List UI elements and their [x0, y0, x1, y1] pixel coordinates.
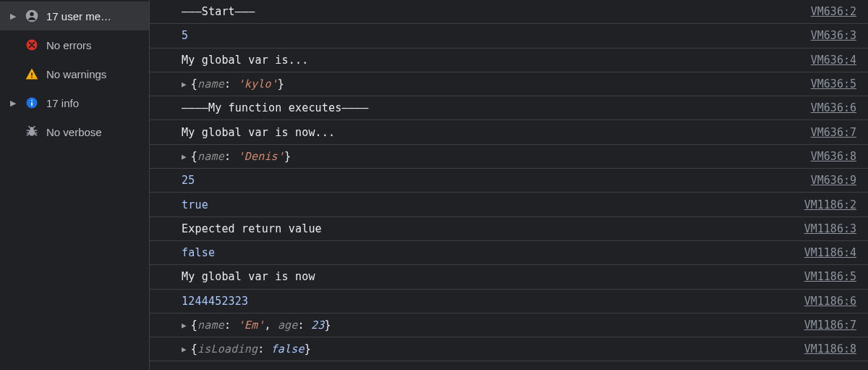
- expand-triangle-icon[interactable]: ▶: [182, 321, 187, 330]
- console-object[interactable]: ▶{name: 'kylo'}: [182, 77, 811, 91]
- console-message: 1244452323: [182, 295, 804, 308]
- console-text: My global var is now...: [182, 126, 335, 139]
- source-link[interactable]: VM636:9: [811, 174, 856, 187]
- console-row: 25VM636:9: [150, 169, 868, 193]
- console-message: My global var is now...: [182, 126, 811, 139]
- source-link[interactable]: VM636:7: [811, 126, 856, 139]
- source-link[interactable]: VM636:8: [811, 150, 856, 163]
- sidebar-item-label: 17 user me…: [46, 10, 111, 22]
- bug-icon: [25, 125, 39, 139]
- console-message: My global var is...: [182, 54, 811, 67]
- console-row: trueVM1186:2: [150, 193, 868, 216]
- console-message: My global var is now: [182, 270, 804, 283]
- source-link[interactable]: VM1186:3: [804, 222, 856, 235]
- console-row: My global var is nowVM1186:5: [150, 265, 868, 289]
- object-key: name: [197, 77, 224, 91]
- console-text: My global var is...: [182, 54, 308, 67]
- object-string-value: 'Em': [237, 319, 264, 332]
- console-sidebar: ▶17 user me…▶No errors▶No warnings▶17 in…: [0, 0, 149, 370]
- sidebar-item-label: No errors: [46, 39, 92, 51]
- expand-triangle-icon[interactable]: ▶: [182, 345, 187, 354]
- console-text: ————My function executes————: [182, 101, 368, 114]
- console-message: Expected return value: [182, 222, 804, 235]
- console-text: ———Start———: [182, 5, 255, 18]
- sidebar-item-label: 17 info: [46, 97, 79, 109]
- object-key: age: [278, 319, 298, 332]
- console-row: falseVM1186:4: [150, 241, 868, 265]
- expand-triangle-icon[interactable]: ▶: [182, 80, 187, 89]
- object-punc: :: [258, 342, 271, 356]
- console-message: 5: [182, 29, 811, 42]
- object-string-value: 'Denis': [237, 150, 284, 163]
- console-row: ▶{isLoading: false}VM1186:8: [150, 337, 868, 361]
- sidebar-item-info[interactable]: ▶17 info: [0, 88, 149, 117]
- console-row: ———Start———VM636:2: [150, 0, 868, 24]
- object-key: isLoading: [197, 342, 258, 356]
- expand-chevron-icon[interactable]: ▶: [10, 12, 17, 21]
- console-output: ———Start———VM636:25VM636:3My global var …: [149, 0, 868, 370]
- console-message: true: [182, 198, 804, 211]
- expand-chevron-icon[interactable]: ▶: [10, 98, 17, 108]
- console-message: ————My function executes————: [182, 101, 811, 114]
- error-icon: [25, 38, 39, 52]
- console-text: My global var is now: [182, 270, 315, 283]
- object-key: name: [197, 150, 224, 163]
- console-row: Expected return valueVM1186:3: [150, 217, 868, 241]
- source-link[interactable]: VM1186:5: [804, 270, 856, 283]
- sidebar-item-user[interactable]: ▶17 user me…: [0, 1, 149, 30]
- expand-triangle-icon[interactable]: ▶: [182, 152, 187, 161]
- console-text: Expected return value: [182, 222, 322, 235]
- source-link[interactable]: VM1186:2: [804, 198, 856, 211]
- console-row: ————My function executes————VM636:6: [150, 96, 868, 120]
- console-object[interactable]: ▶{isLoading: false}: [182, 342, 804, 356]
- source-link[interactable]: VM1186:4: [804, 246, 856, 259]
- object-punc: :: [224, 77, 237, 91]
- object-bool-value: false: [271, 342, 305, 356]
- console-number: 1244452323: [182, 295, 248, 308]
- source-link[interactable]: VM1186:7: [804, 319, 856, 332]
- source-link[interactable]: VM1186:6: [804, 295, 856, 308]
- source-link[interactable]: VM636:3: [811, 29, 856, 42]
- object-punc: :: [224, 319, 237, 332]
- warning-icon: [25, 67, 39, 81]
- user-icon: [25, 9, 39, 23]
- console-row: ▶{name: 'Em', age: 23}VM1186:7: [150, 314, 868, 337]
- svg-rect-7: [31, 100, 33, 101]
- console-row: My global var is now...VM636:7: [150, 120, 868, 144]
- object-string-value: 'kylo': [237, 77, 277, 91]
- object-punc: :: [298, 319, 311, 332]
- console-object[interactable]: ▶{name: 'Em', age: 23}: [182, 319, 804, 332]
- source-link[interactable]: VM636:4: [811, 54, 856, 67]
- source-link[interactable]: VM636:2: [811, 5, 856, 18]
- sidebar-item-bug[interactable]: ▶No verbose: [0, 117, 149, 146]
- console-row: My global var is...VM636:4: [150, 49, 868, 72]
- console-message: false: [182, 246, 804, 259]
- console-bool: true: [182, 198, 208, 211]
- console-row: 1244452323VM1186:6: [150, 290, 868, 314]
- console-message: ———Start———: [182, 5, 811, 18]
- console-number: 5: [182, 29, 188, 42]
- sidebar-item-warning[interactable]: ▶No warnings: [0, 59, 149, 88]
- console-number: 25: [182, 174, 195, 187]
- object-punc: :: [224, 150, 237, 163]
- console-object[interactable]: ▶{name: 'Denis'}: [182, 150, 811, 163]
- source-link[interactable]: VM636:6: [811, 101, 856, 114]
- sidebar-item-label: No verbose: [46, 126, 102, 138]
- source-link[interactable]: VM1186:8: [804, 342, 856, 356]
- console-row: ▶{name: 'Denis'}VM636:8: [150, 145, 868, 169]
- svg-rect-4: [31, 77, 33, 78]
- object-key: name: [197, 319, 224, 332]
- sidebar-item-error[interactable]: ▶No errors: [0, 30, 149, 59]
- console-row: 5VM636:3: [150, 24, 868, 48]
- console-bool: false: [182, 246, 215, 259]
- svg-rect-3: [31, 72, 33, 75]
- svg-point-1: [30, 12, 33, 16]
- info-icon: [25, 96, 39, 110]
- svg-point-9: [30, 127, 34, 130]
- console-row: ▶{name: 'kylo'}VM636:5: [150, 72, 868, 96]
- source-link[interactable]: VM636:5: [811, 77, 856, 91]
- sidebar-item-label: No warnings: [46, 68, 106, 80]
- object-punc: ,: [264, 319, 277, 332]
- object-number-value: 23: [311, 319, 324, 332]
- svg-rect-6: [31, 102, 33, 106]
